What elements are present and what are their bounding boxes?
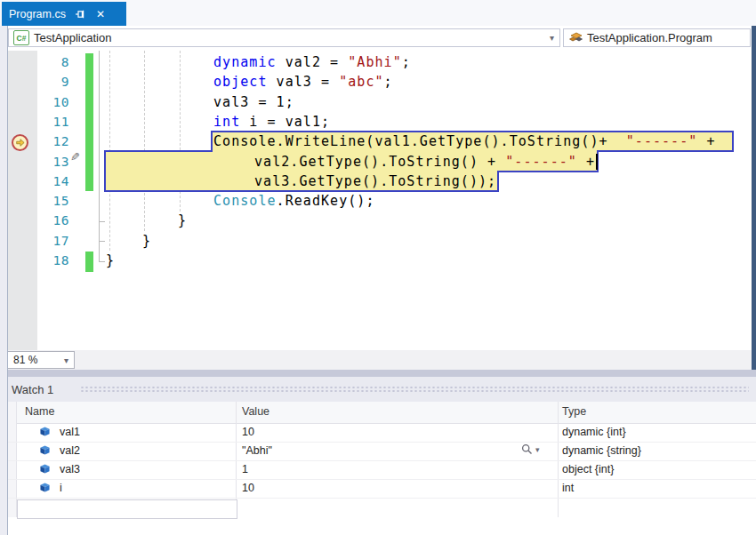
project-dropdown[interactable]: C# TestApplication ▾ bbox=[8, 28, 560, 47]
code-segment: object bbox=[213, 74, 268, 90]
variable-icon bbox=[40, 464, 50, 474]
watch-row-val2[interactable]: val2"Abhi"▾dynamic {string} bbox=[7, 442, 756, 461]
pin-icon[interactable] bbox=[74, 8, 86, 20]
variable-icon bbox=[40, 445, 50, 455]
panel-splitter[interactable] bbox=[0, 370, 756, 377]
zoom-level-dropdown[interactable]: 81 % ▾ bbox=[7, 351, 75, 369]
code-line-11[interactable]: int i = val1; bbox=[213, 112, 330, 132]
document-tab-strip: Program.cs ✕ bbox=[0, 0, 756, 27]
code-segment: ; bbox=[384, 74, 393, 90]
column-header-value: Value bbox=[242, 405, 269, 418]
class-icon bbox=[569, 32, 583, 44]
vs-window: Program.cs ✕ C# TestApplication ▾ TestAp… bbox=[0, 0, 756, 535]
code-line-14[interactable]: val3.GetType().ToString()); bbox=[254, 172, 496, 191]
watch-value[interactable]: 10 bbox=[242, 482, 254, 494]
line-number-14: 14 bbox=[25, 172, 69, 191]
tab-program-cs[interactable]: Program.cs ✕ bbox=[2, 2, 126, 26]
code-segment: "------" bbox=[505, 154, 577, 170]
code-line-8[interactable]: dynamic val2 = "Abhi"; bbox=[213, 52, 411, 72]
watch-name[interactable]: i bbox=[60, 482, 62, 494]
line-number-16: 16 bbox=[25, 211, 69, 230]
watch-column-headers: Name Value Type bbox=[7, 402, 756, 424]
column-header-name: Name bbox=[25, 405, 54, 418]
line-number-13: 13 bbox=[25, 152, 69, 172]
line-number-15: 15 bbox=[25, 191, 69, 211]
chevron-down-icon[interactable]: ▾ bbox=[64, 355, 68, 365]
code-line-15[interactable]: Console.ReadKey(); bbox=[213, 191, 374, 211]
add-watch-cell[interactable] bbox=[17, 499, 237, 519]
watch-type: dynamic {string} bbox=[562, 444, 641, 457]
watch-type: int bbox=[562, 482, 574, 494]
code-segment: val3.GetType().ToString()); bbox=[254, 173, 496, 189]
code-line-12[interactable]: Console.WriteLine(val1.GetType().ToStrin… bbox=[213, 132, 716, 151]
watch-value[interactable]: "Abhi" bbox=[242, 444, 272, 457]
line-number-12: 12 bbox=[25, 132, 69, 151]
code-line-16[interactable]: } bbox=[178, 211, 187, 230]
edit-pencil-icon: ✎ bbox=[70, 150, 80, 164]
column-header-type: Type bbox=[562, 405, 586, 418]
line-number-11: 11 bbox=[25, 112, 69, 132]
watch-name[interactable]: val2 bbox=[60, 444, 80, 457]
watch-title-label: Watch 1 bbox=[12, 383, 53, 396]
close-icon[interactable]: ✕ bbox=[94, 8, 107, 20]
watch-row-val1[interactable]: val110dynamic {int} bbox=[7, 423, 756, 443]
code-segment: "Abhi" bbox=[348, 54, 402, 70]
window-left-edge bbox=[0, 26, 8, 535]
zoom-level-value: 81 % bbox=[13, 354, 37, 366]
code-segment: val3 = bbox=[268, 74, 340, 90]
window-right-edge bbox=[752, 26, 756, 370]
code-segment: } bbox=[178, 212, 187, 228]
watch-type: object {int} bbox=[562, 463, 614, 475]
code-segment: i = val1; bbox=[240, 114, 330, 130]
csharp-project-icon: C# bbox=[13, 30, 29, 45]
line-number-9: 9 bbox=[25, 72, 69, 92]
variable-icon bbox=[40, 483, 50, 492]
code-segment: "abc" bbox=[339, 74, 383, 90]
text-visualizer-magnifier-icon[interactable]: ▾ bbox=[521, 443, 540, 455]
watch-title-bar[interactable]: Watch 1 bbox=[7, 377, 756, 402]
current-statement-highlight bbox=[0, 51, 752, 350]
watch-row-i[interactable]: i10int bbox=[7, 479, 756, 499]
line-number-18: 18 bbox=[25, 251, 69, 270]
line-number-10: 10 bbox=[25, 92, 69, 112]
code-segment: val2.GetType().ToString() + bbox=[254, 154, 505, 170]
text-caret bbox=[596, 154, 598, 170]
code-segment: } bbox=[106, 252, 115, 268]
code-segment: "------" bbox=[626, 133, 698, 149]
code-segment: Console.WriteLine(val1.GetType().ToStrin… bbox=[213, 133, 626, 149]
code-segment: int bbox=[213, 114, 240, 130]
watch-name[interactable]: val1 bbox=[60, 426, 80, 438]
code-segment: ; bbox=[402, 54, 411, 70]
code-line-18[interactable]: } bbox=[106, 251, 115, 270]
code-segment: } bbox=[142, 233, 151, 249]
code-segment: val2 = bbox=[277, 54, 349, 70]
watch-type: dynamic {int} bbox=[562, 426, 626, 438]
titlebar-drag-texture bbox=[80, 386, 749, 394]
code-segment: val3 = 1; bbox=[213, 94, 294, 110]
watch-row-val3[interactable]: val31object {int} bbox=[7, 460, 756, 480]
type-name: TestApplication.Program bbox=[587, 31, 712, 44]
code-editor[interactable]: 89101112131415161718 dynamic val2 = "Abh… bbox=[0, 51, 752, 350]
code-segment: .ReadKey(); bbox=[277, 193, 375, 209]
watch-value[interactable]: 10 bbox=[242, 426, 254, 438]
code-line-10[interactable]: val3 = 1; bbox=[213, 92, 294, 112]
code-segment: + bbox=[697, 133, 715, 149]
variable-icon bbox=[40, 427, 50, 436]
line-number-17: 17 bbox=[25, 231, 69, 251]
line-number-8: 8 bbox=[25, 52, 69, 72]
editor-navigation-bar: C# TestApplication ▾ TestApplication.Pro… bbox=[0, 26, 756, 52]
code-line-17[interactable]: } bbox=[142, 231, 151, 251]
code-line-9[interactable]: object val3 = "abc"; bbox=[213, 72, 393, 92]
chevron-down-icon[interactable]: ▾ bbox=[550, 33, 554, 43]
editor-bottom-bar: 81 % ▾ bbox=[0, 350, 752, 370]
current-statement-arrow-icon[interactable] bbox=[12, 134, 28, 151]
project-name: TestApplication bbox=[34, 31, 111, 44]
watch-panel: Watch 1 Name Value Type val110dynamic {i… bbox=[7, 377, 756, 535]
watch-name[interactable]: val3 bbox=[60, 463, 80, 475]
watch-value[interactable]: 1 bbox=[242, 463, 248, 475]
code-line-13[interactable]: val2.GetType().ToString() + "------" + bbox=[254, 152, 595, 172]
code-segment: dynamic bbox=[213, 54, 277, 70]
code-segment: + bbox=[577, 154, 595, 170]
code-segment: Console bbox=[213, 193, 277, 209]
type-dropdown[interactable]: TestApplication.Program bbox=[563, 28, 751, 47]
